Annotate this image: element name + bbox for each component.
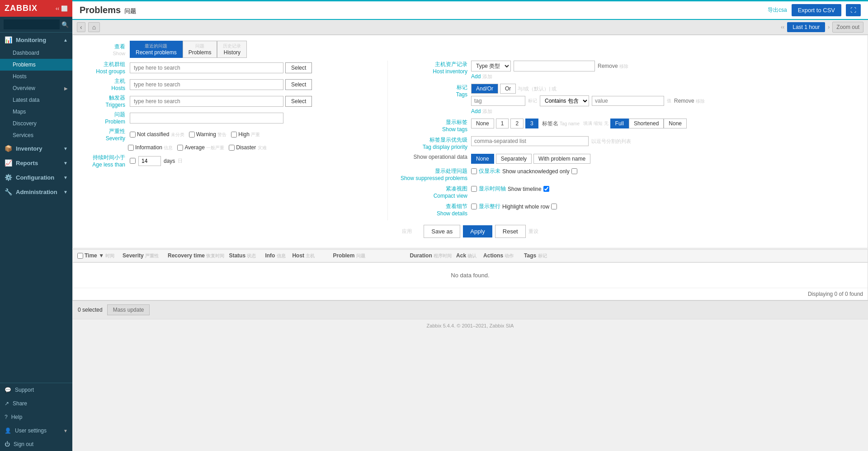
collapse-icon[interactable]: ‹‹ — [56, 5, 59, 12]
severity-disaster-chk2[interactable] — [229, 145, 235, 151]
sidebar-help[interactable]: ? Help — [0, 410, 72, 424]
show-tags-2-btn[interactable]: 2 — [510, 119, 524, 128]
host-inv-value-input[interactable] — [514, 61, 595, 71]
show-row: 查看 Show 最近的问题 Recent problems 问题 Problem… — [80, 41, 860, 58]
age-checkbox[interactable] — [130, 158, 136, 164]
severity-disaster-2[interactable]: Disaster 灾难 — [229, 144, 266, 151]
severity-high[interactable]: High 严重 — [231, 131, 260, 138]
sidebar-user-settings[interactable]: 👤 User settings ▼ — [0, 424, 72, 437]
tag-name-full-btn[interactable]: Full — [610, 119, 629, 128]
sidebar-item-discovery[interactable]: Discovery — [0, 118, 72, 129]
sidebar-sign-out[interactable]: ⏻ Sign out — [0, 437, 72, 451]
show-tags-3-btn[interactable]: 3 — [525, 119, 538, 128]
fullscreen-button[interactable]: ⛶ — [846, 4, 861, 16]
host-inv-add-link[interactable]: Add — [471, 73, 481, 80]
show-tags-1-btn[interactable]: 1 — [496, 119, 509, 128]
op-data-separately-btn[interactable]: Separately — [496, 154, 532, 164]
host-inv-type-select[interactable]: Type 类型 — [471, 61, 511, 71]
tag-placeholder-zh: 标记 — [528, 98, 537, 104]
unack-checkbox[interactable] — [571, 168, 577, 174]
zoom-out-button[interactable]: Zoom out — [832, 22, 863, 33]
administration-group-header[interactable]: 🔧 Administration ▼ — [0, 185, 72, 199]
save-as-button[interactable]: Save as — [424, 225, 460, 238]
severity-row: 严重性 Severity Not classified 未分类 Warning … — [80, 128, 387, 142]
tag-contains-select[interactable]: Contains 包含 — [540, 95, 589, 106]
tag-display-priority-label-zh: 标签显示优先级 — [395, 136, 467, 144]
show-label-en: Show — [80, 51, 125, 56]
triggers-input[interactable] — [130, 96, 283, 107]
sidebar-item-overview[interactable]: Overview▶ — [0, 82, 72, 94]
tag-display-priority-input[interactable] — [471, 136, 589, 146]
reports-group-header[interactable]: 📈 Reports ▼ — [0, 156, 72, 170]
tag-add-link[interactable]: Add — [471, 108, 481, 114]
problem-input[interactable] — [130, 113, 283, 123]
sidebar-share[interactable]: ↗ Share — [0, 397, 72, 410]
sidebar-support[interactable]: 💬 Support — [0, 383, 72, 397]
sidebar-item-maps[interactable]: Maps — [0, 106, 72, 118]
details-checkbox[interactable] — [471, 204, 477, 209]
tag-name-none-btn[interactable]: None — [664, 119, 687, 128]
configuration-group-header[interactable]: ⚙️ Configuration ▼ — [0, 170, 72, 185]
search-icon[interactable]: 🔍 — [61, 21, 69, 28]
search-input[interactable] — [4, 19, 60, 29]
nav-back-button[interactable]: ‹ — [77, 22, 85, 32]
tag-remove-button[interactable]: Remove 移除 — [674, 98, 705, 104]
supp-checkbox[interactable] — [471, 168, 477, 174]
sidebar-item-hosts[interactable]: Hosts — [0, 71, 72, 82]
compact-timeline-inputs: 显示时间轴 Show timeline — [471, 185, 860, 193]
configuration-label: Configuration — [16, 174, 54, 181]
show-tags-none-btn[interactable]: None — [471, 119, 494, 128]
severity-not-classified-chk[interactable] — [130, 132, 136, 138]
table-select-all-checkbox[interactable] — [77, 253, 83, 259]
severity-warning-chk[interactable] — [189, 132, 195, 138]
monitoring-group-header[interactable]: 📊 Monitoring ▲ — [0, 33, 72, 47]
severity-information-chk2[interactable] — [128, 145, 134, 151]
nav-home-button[interactable]: ⌂ — [88, 22, 100, 32]
tab-history[interactable]: 历史记录 History — [217, 41, 247, 58]
compact-checkbox[interactable] — [471, 186, 477, 192]
severity-warning[interactable]: Warning 警告 — [189, 131, 227, 138]
tab-problems[interactable]: 问题 Problems — [183, 41, 217, 58]
tag-name-label-zh: 标签名 Tag name — [542, 120, 580, 128]
nav-left-arrows[interactable]: ‹‹ — [781, 24, 784, 30]
tab-recent-problems[interactable]: 最近的问题 Recent problems — [130, 41, 183, 58]
host-groups-input[interactable] — [130, 62, 283, 73]
reset-button[interactable]: Reset — [495, 225, 526, 238]
tags-or-button[interactable]: Or — [500, 84, 516, 94]
inventory-group-header[interactable]: 📦 Inventory ▼ — [0, 141, 72, 156]
tag-name-input[interactable] — [471, 96, 525, 106]
host-inv-add-zh: 添加 — [482, 74, 492, 79]
export-link[interactable]: 导出csa — [768, 6, 787, 14]
tags-andor-button[interactable]: And/Or — [471, 84, 498, 94]
severity-average-2[interactable]: Average 一般严重 — [177, 144, 224, 151]
sidebar-item-services[interactable]: Services — [0, 129, 72, 141]
nav-right-arrow[interactable]: › — [828, 24, 830, 30]
age-unit-en: days — [164, 158, 175, 164]
hosts-input[interactable] — [130, 79, 283, 90]
severity-information-2[interactable]: Information 信息 — [128, 144, 173, 151]
page-title-en: Problems — [80, 5, 121, 15]
time-range-button[interactable]: Last 1 hour — [787, 22, 825, 32]
timeline-checkbox[interactable] — [543, 186, 549, 192]
mass-update-button[interactable]: Mass update — [107, 304, 150, 315]
tag-value-input[interactable] — [592, 96, 664, 106]
apply-button[interactable]: Apply — [463, 225, 492, 237]
severity-average-chk2[interactable] — [177, 145, 183, 151]
host-groups-select-button[interactable]: Select — [285, 62, 312, 73]
age-value-input[interactable] — [138, 156, 161, 166]
sidebar-item-latest-data[interactable]: Latest data — [0, 94, 72, 106]
minimize-icon[interactable]: ⬜ — [61, 5, 68, 12]
host-inv-remove-button[interactable]: Remove 移除 — [598, 63, 628, 70]
tag-name-shortened-btn[interactable]: Shortened — [629, 119, 664, 128]
op-data-none-btn[interactable]: None — [471, 154, 494, 164]
th-tags: Tags 标记 — [524, 252, 551, 259]
triggers-select-button[interactable]: Select — [285, 96, 312, 107]
sidebar-item-problems[interactable]: Problems — [0, 59, 72, 71]
op-data-with-problem-btn[interactable]: With problem name — [533, 154, 590, 164]
export-csv-button[interactable]: Export to CSV — [792, 4, 841, 16]
severity-not-classified[interactable]: Not classified 未分类 — [130, 131, 184, 138]
severity-high-chk[interactable] — [231, 132, 237, 138]
highlight-checkbox[interactable] — [551, 204, 557, 209]
sidebar-item-dashboard[interactable]: Dashboard — [0, 47, 72, 59]
hosts-select-button[interactable]: Select — [285, 79, 312, 90]
